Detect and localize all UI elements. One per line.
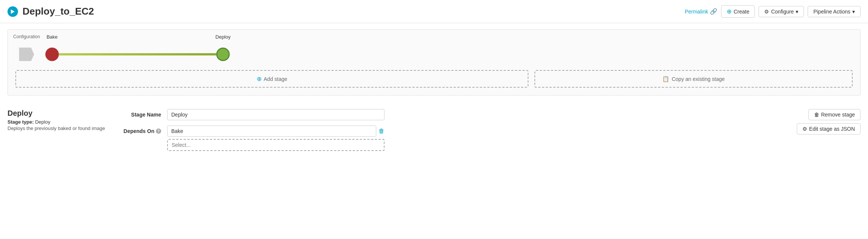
add-stage-label: Add stage — [264, 76, 287, 82]
depends-on-row: Depends On ? Bake 🗑 — [120, 125, 789, 151]
svg-marker-0 — [11, 9, 15, 14]
create-label: Create — [733, 9, 749, 15]
page-title: Deploy_to_EC2 — [22, 6, 94, 17]
copy-stage-label: Copy an existing stage — [672, 76, 725, 82]
stage-type-value: Deploy — [35, 119, 50, 125]
bake-node: Bake — [45, 41, 59, 61]
edit-json-label: Edit stage as JSON — [809, 126, 855, 132]
stage-detail-title: Deploy — [7, 109, 112, 118]
stage-actions: 🗑 Remove stage ⚙ Edit stage as JSON — [797, 109, 861, 156]
bake-circle — [45, 48, 59, 61]
permalink-link[interactable]: Permalink 🔗 — [685, 8, 717, 15]
depends-on-label-text: Depends On — [124, 128, 154, 134]
header: Deploy_to_EC2 Permalink 🔗 ⊕ Create ⚙ Con… — [0, 0, 868, 23]
header-actions: Permalink 🔗 ⊕ Create ⚙ Configure ▾ Pipel… — [685, 5, 861, 18]
configuration-node: Configuration — [19, 41, 34, 61]
stage-info-description: Deploys the previously baked or found im… — [7, 125, 112, 131]
bake-label: Bake — [46, 34, 58, 40]
configuration-shape — [19, 48, 34, 61]
depends-on-value-row: Bake 🗑 — [167, 125, 385, 137]
stage-form: Stage Name Depends On ? Bake 🗑 — [120, 109, 789, 156]
stage-type-label: Stage type: — [7, 119, 34, 125]
permalink-label: Permalink — [685, 9, 708, 15]
stage-name-input-group — [167, 109, 385, 120]
stage-info-type: Stage type: Deploy — [7, 119, 112, 125]
trash-icon[interactable]: 🗑 — [379, 128, 385, 134]
app-icon — [7, 6, 18, 17]
link-icon: 🔗 — [710, 8, 717, 15]
depends-on-label: Depends On ? — [120, 125, 161, 134]
edit-stage-json-button[interactable]: ⚙ Edit stage as JSON — [797, 123, 861, 134]
add-stage-button[interactable]: ⊕ Add stage — [15, 70, 528, 88]
depends-on-input-group: Bake 🗑 — [167, 125, 385, 151]
create-button[interactable]: ⊕ Create — [721, 5, 755, 18]
configuration-label: Configuration — [13, 34, 40, 39]
configure-button[interactable]: ⚙ Configure ▾ — [759, 6, 804, 17]
stage-name-row: Stage Name — [120, 109, 789, 120]
header-left: Deploy_to_EC2 — [7, 6, 685, 17]
configure-chevron-icon: ▾ — [796, 9, 798, 15]
depends-on-help-icon[interactable]: ? — [156, 128, 161, 134]
depends-on-value-display: Bake — [167, 125, 376, 137]
add-stage-plus-icon: ⊕ — [257, 75, 262, 82]
configure-label: Configure — [771, 9, 794, 15]
remove-stage-label: Remove stage — [821, 112, 855, 118]
pipeline-actions-chevron-icon: ▾ — [852, 9, 855, 15]
pipeline-actions-label: Pipeline Actions — [813, 9, 850, 15]
stage-name-input[interactable] — [167, 109, 385, 120]
deploy-circle — [216, 48, 230, 61]
add-copy-row: ⊕ Add stage 📋 Copy an existing stage — [15, 70, 853, 88]
copy-stage-button[interactable]: 📋 Copy an existing stage — [534, 70, 853, 88]
gear-icon-edit: ⚙ — [802, 126, 807, 132]
page-wrapper: Deploy_to_EC2 Permalink 🔗 ⊕ Create ⚙ Con… — [0, 0, 868, 239]
remove-stage-button[interactable]: 🗑 Remove stage — [808, 109, 861, 120]
connector-line — [59, 53, 216, 55]
pipeline-actions-button[interactable]: Pipeline Actions ▾ — [808, 6, 861, 17]
stage-name-label: Stage Name — [120, 109, 161, 118]
stage-info: Deploy Stage type: Deploy Deploys the pr… — [7, 109, 112, 156]
copy-icon: 📋 — [662, 76, 669, 82]
pipeline-visual: Configuration Bake Deploy — [15, 37, 853, 61]
depends-on-select-input[interactable] — [167, 139, 385, 151]
pipeline-canvas: Configuration Bake Deploy ⊕ Add stage — [7, 29, 861, 96]
plus-icon: ⊕ — [727, 8, 732, 15]
bottom-section: Deploy Stage type: Deploy Deploys the pr… — [0, 102, 868, 164]
deploy-node: Deploy — [216, 41, 230, 61]
gear-icon: ⚙ — [764, 9, 769, 15]
deploy-label: Deploy — [216, 34, 230, 40]
remove-trash-icon: 🗑 — [814, 112, 819, 118]
